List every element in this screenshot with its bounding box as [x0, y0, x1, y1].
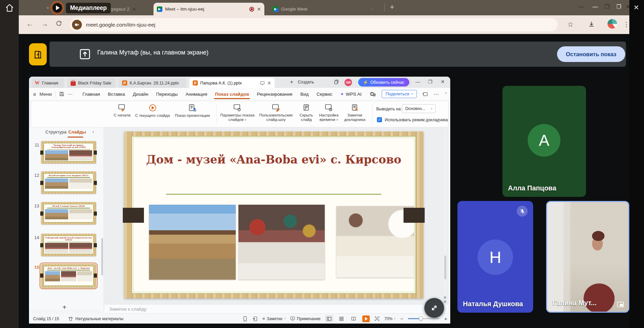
- browser-tab-meet-active[interactable]: Meet – itm-sjuu-eej ✕: [153, 3, 264, 15]
- forward-icon[interactable]: →: [41, 20, 48, 28]
- slide-thumbnail-13[interactable]: Музей Степана Топала (2020): [41, 202, 96, 224]
- menu-item-review[interactable]: Рецензирование: [257, 89, 292, 99]
- slide-sorter-button[interactable]: [338, 315, 345, 322]
- normal-view-button[interactable]: [325, 315, 333, 322]
- menu-item-home[interactable]: Главная: [83, 89, 100, 99]
- from-current-button[interactable]: С текущего слайда: [133, 104, 172, 118]
- menu-item-tools[interactable]: Сервис: [317, 89, 332, 99]
- previous-slide-icon[interactable]: [443, 295, 447, 299]
- update-now-button[interactable]: ⚡ Обновить сейчас: [358, 78, 409, 87]
- create-label[interactable]: Создать: [298, 80, 314, 84]
- speaker-notes-button[interactable]: Заметки докладчика: [341, 104, 369, 122]
- media-play-icon[interactable]: [52, 2, 63, 14]
- overlay-close-icon[interactable]: ✕: [633, 4, 639, 11]
- new-tab-icon[interactable]: +: [390, 3, 394, 12]
- close-icon[interactable]: ✕: [267, 80, 271, 86]
- menu-item-slideshow[interactable]: Показ слайдов: [215, 89, 249, 99]
- more-icon[interactable]: ⋯: [68, 91, 73, 97]
- menu-item-wps-ai[interactable]: ✦ WPS AI: [340, 89, 362, 99]
- zoom-level[interactable]: 70% ˅: [384, 316, 396, 321]
- slide-thumbnail-14[interactable]: Гайдарский живой музей ковроткачества (2…: [41, 234, 96, 256]
- chevron-down-icon[interactable]: ˅: [47, 6, 49, 10]
- new-window-icon[interactable]: [422, 92, 428, 97]
- present-device-icon[interactable]: [252, 316, 258, 322]
- slide-thumbnail-11[interactable]: Чадыр-Лунгский историко-этнографический …: [41, 141, 96, 163]
- slideshow-play-button[interactable]: [362, 315, 370, 322]
- current-slide[interactable]: Дом - музей «Ana-Boba evi» с. Кирсово: [124, 131, 423, 298]
- close-icon[interactable]: ✕: [369, 6, 374, 12]
- stop-presenting-button[interactable]: Остановить показ: [557, 46, 625, 62]
- app-badge[interactable]: [29, 43, 47, 65]
- slide-thumbnail-15-selected[interactable]: Дом - музей «Ana-Boba evi» с. Кирсово: [41, 264, 96, 288]
- tab-structure[interactable]: Структура: [45, 129, 67, 135]
- expand-fullscreen-button[interactable]: [424, 298, 444, 318]
- menu-label[interactable]: Меню: [40, 92, 52, 97]
- profile-avatar[interactable]: [608, 19, 617, 29]
- menu-item-transitions[interactable]: Переходы: [156, 89, 178, 99]
- custom-show-button[interactable]: Пользовательские слайд-шоу: [257, 104, 295, 122]
- zoom-out-icon[interactable]: −: [400, 316, 403, 322]
- fit-slide-icon[interactable]: [375, 316, 380, 321]
- comment-toggle[interactable]: Примечание: [290, 316, 320, 321]
- zoom-slider[interactable]: [408, 318, 439, 319]
- panel-scrollbar[interactable]: [101, 238, 103, 276]
- phone-icon[interactable]: [243, 316, 247, 322]
- hide-slide-button[interactable]: Скрыть слайд: [296, 104, 316, 122]
- slide-notes-field[interactable]: Заметки к слайду: [104, 304, 449, 314]
- camera-badge-icon[interactable]: [72, 20, 82, 30]
- hamburger-icon[interactable]: ≡: [33, 91, 36, 97]
- wps-tab-bargan[interactable]: P К.А.Барган. 28.11.24.pptx: [119, 78, 186, 88]
- participant-tile-natalya[interactable]: Н Наталья Душкова: [457, 201, 533, 313]
- close-window-icon[interactable]: ✕: [626, 4, 630, 10]
- tab-slides[interactable]: Слайды: [68, 129, 86, 135]
- slideshow-options-button[interactable]: Параметры показа слайдов ˅: [219, 104, 255, 122]
- url-bar[interactable]: meet.google.com/itm-sjuu-eej: [70, 18, 558, 31]
- theme-icon[interactable]: [68, 316, 73, 322]
- ribbon-more-icon[interactable]: ⋯: [434, 91, 439, 97]
- cloud-sync-icon[interactable]: [369, 91, 376, 97]
- user-avatar[interactable]: GM: [345, 79, 352, 86]
- wps-restore-icon[interactable]: ❐: [428, 79, 433, 84]
- wps-close-icon[interactable]: ✕: [441, 79, 445, 84]
- minimize2-icon[interactable]: —: [592, 4, 598, 10]
- rehearse-timings-button[interactable]: Настройка времени ˅: [318, 104, 340, 122]
- share-button[interactable]: Поделиться ˅: [382, 90, 416, 98]
- kebab-menu-icon[interactable]: ⋮: [623, 20, 630, 28]
- download-icon[interactable]: [588, 20, 595, 28]
- theme-name[interactable]: Натуральные материалы: [75, 316, 123, 321]
- home-icon[interactable]: [4, 3, 15, 13]
- wps-minimize-icon[interactable]: —: [415, 79, 420, 84]
- notes-toggle[interactable]: ≡ Заметки ˅: [262, 316, 286, 321]
- slider-knob[interactable]: [419, 316, 423, 321]
- slide-thumbnail-12[interactable]: Музей истории села Авдарма (2011): [41, 171, 96, 194]
- back-icon[interactable]: ←: [26, 20, 33, 28]
- wps-tab-home[interactable]: W Главная: [31, 78, 64, 88]
- canvas-scrollbar[interactable]: [444, 129, 447, 293]
- menu-item-animation[interactable]: Анимация: [186, 89, 207, 99]
- wps-tab-papcova-active[interactable]: P Папцова А.К. (1).pptx ✕: [189, 78, 275, 88]
- participant-tile-galina-video[interactable]: Галина Мут...: [546, 201, 629, 313]
- picture-in-picture-icon[interactable]: [617, 301, 624, 308]
- presentation-button[interactable]: Показ презентации: [172, 104, 213, 118]
- browser-tab-googlemeet[interactable]: Google Meet ✕: [269, 3, 377, 15]
- collapse-ribbon-icon[interactable]: ⌃: [444, 92, 448, 96]
- minimize-icon[interactable]: —: [578, 4, 584, 10]
- reading-view-button[interactable]: [350, 315, 357, 322]
- checkbox-checked[interactable]: ✓: [377, 117, 382, 122]
- participant-tile-alla[interactable]: А Алла Папцова: [502, 86, 586, 197]
- close-icon[interactable]: ✕: [257, 6, 261, 12]
- collapse-panel-icon[interactable]: ‹: [92, 129, 94, 134]
- wps-tab-promo[interactable]: Black Friday Sale: [67, 78, 116, 88]
- bookmark-star-icon[interactable]: ☆: [567, 20, 574, 29]
- window-stack-icon[interactable]: [334, 79, 339, 85]
- next-slide-icon[interactable]: [443, 300, 447, 304]
- output-display-select[interactable]: Основно... ˅: [402, 104, 436, 113]
- add-slide-icon[interactable]: +: [62, 303, 67, 311]
- zoom-in-icon[interactable]: +: [444, 316, 447, 322]
- new-document-icon[interactable]: +: [290, 79, 293, 85]
- save-icon[interactable]: [59, 91, 64, 97]
- reload-icon[interactable]: [56, 20, 62, 27]
- close-icon[interactable]: ✕: [132, 6, 136, 12]
- restore2-icon[interactable]: ❐: [616, 4, 621, 10]
- menu-item-view[interactable]: Вид: [301, 89, 309, 99]
